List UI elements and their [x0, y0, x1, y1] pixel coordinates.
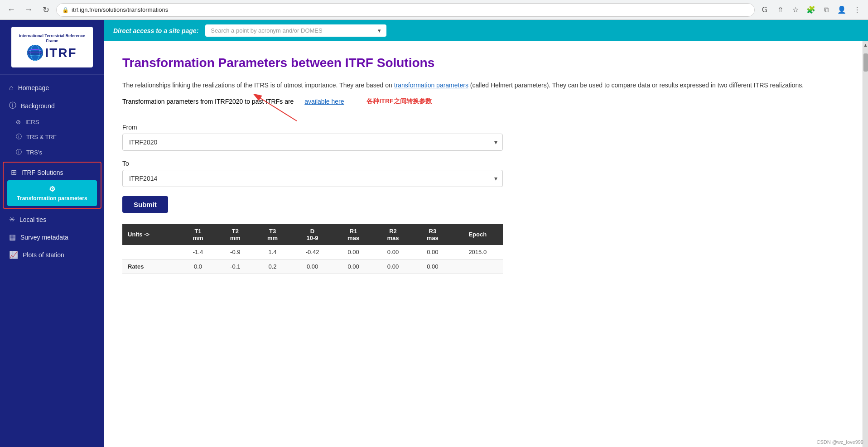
available-text: Transformation parameters from ITRF2020 … [122, 98, 294, 105]
info-icon-3: ⓘ [16, 148, 22, 156]
table-cell-t1: -1.4 [179, 245, 217, 260]
sidebar-item-label: ITRF Solutions [21, 169, 63, 176]
search-dropdown[interactable]: Search a point by acronym and/or DOMES ▾ [205, 24, 386, 37]
gear-icon: ⚙ [49, 185, 55, 193]
table-cell-r3: 0.00 [413, 245, 452, 260]
table-header-row: Units -> T1mm T2mm T3mm D10-9 R1mas R2ma… [122, 224, 503, 245]
sidebar-item-plots[interactable]: 📈 Plots of station [0, 246, 104, 264]
grid-icon: ⊞ [11, 168, 17, 177]
table-header-r3: R3mas [413, 224, 452, 245]
browser-chrome: ← → ↻ 🔒 G ⇧ ☆ 🧩 ⧉ 👤 ⋮ [0, 0, 868, 20]
sidebar-item-label: IERS [25, 119, 39, 125]
table-cell-label [122, 245, 179, 260]
transformation-label: Transformation parameters [17, 195, 87, 202]
scroll-thumb[interactable] [863, 53, 868, 72]
sidebar-item-background[interactable]: ⓘ Background [0, 96, 104, 115]
sidebar-item-itrf-solutions[interactable]: ⊞ ITRF Solutions [4, 164, 101, 180]
reload-button[interactable]: ↻ [39, 3, 53, 17]
to-select-wrapper: ITRF2014 ITRF2020 ITRF2008 ITRF2005 ITRF… [122, 170, 503, 187]
available-note: Transformation parameters from ITRF2020 … [122, 97, 844, 106]
back-button[interactable]: ← [5, 3, 18, 17]
sidebar-item-iers[interactable]: ⊘ IERS [0, 115, 104, 129]
svg-rect-3 [27, 51, 43, 55]
from-section: From ITRF2020 ITRF2014 ITRF2008 ITRF2005… [122, 124, 844, 151]
table-cell-epoch: 2015.0 [453, 245, 503, 260]
share-icon[interactable]: ⇧ [774, 4, 786, 16]
from-select-wrapper: ITRF2020 ITRF2014 ITRF2008 ITRF2005 ITRF… [122, 134, 503, 151]
address-bar: 🔒 [56, 3, 755, 17]
sidebar-item-homepage[interactable]: ⌂ Homepage [0, 79, 104, 96]
menu-icon[interactable]: ⋮ [851, 4, 863, 16]
to-label: To [122, 160, 844, 167]
split-view-icon[interactable]: ⧉ [820, 4, 833, 16]
to-section: To ITRF2014 ITRF2020 ITRF2008 ITRF2005 I… [122, 160, 844, 187]
profile-icon[interactable]: 👤 [835, 4, 848, 16]
table-header-epoch: Epoch [453, 224, 503, 245]
to-select[interactable]: ITRF2014 ITRF2020 ITRF2008 ITRF2005 ITRF… [122, 170, 503, 187]
scroll-up-arrow[interactable]: ▲ [862, 41, 868, 49]
table-row: -1.4 -0.9 1.4 -0.42 0.00 0.00 0.00 2015.… [122, 245, 503, 260]
asterisk-icon: ✳ [9, 215, 15, 224]
forward-button[interactable]: → [22, 3, 35, 17]
annotation-text: 各种ITRF之间转换参数 [366, 97, 431, 106]
data-table: Units -> T1mm T2mm T3mm D10-9 R1mas R2ma… [122, 224, 503, 274]
url-input[interactable] [72, 6, 749, 13]
description-text-1: The relationships linking the realizatio… [122, 82, 392, 89]
top-bar-label: Direct access to a site page: [113, 27, 198, 34]
from-label: From [122, 124, 844, 131]
top-bar: Direct access to a site page: Search a p… [104, 20, 868, 41]
main-layout: International Terrestrial Reference Fram… [0, 20, 868, 447]
bookmark-icon[interactable]: ☆ [789, 4, 802, 16]
lock-icon: 🔒 [62, 7, 69, 13]
table-cell-d: -0.42 [291, 245, 334, 260]
from-select[interactable]: ITRF2020 ITRF2014 ITRF2008 ITRF2005 ITRF… [122, 134, 503, 151]
sidebar-item-label: Local ties [19, 216, 46, 223]
sidebar-item-label: Homepage [18, 84, 49, 91]
chevron-down-icon: ▾ [378, 27, 381, 34]
table-header-r2: R2mas [373, 224, 413, 245]
submit-button[interactable]: Submit [122, 196, 168, 213]
translate-icon[interactable]: G [758, 4, 771, 16]
table-cell-rates-label: Rates [122, 259, 179, 274]
logo-box: International Terrestrial Reference Fram… [11, 27, 93, 67]
sidebar-item-trs-trf[interactable]: ⓘ TRS & TRF [0, 129, 104, 144]
right-panel: Direct access to a site page: Search a p… [104, 20, 868, 447]
info-icon: ⓘ [9, 101, 16, 111]
table-cell-rates-t1: 0.0 [179, 259, 217, 274]
info-icon-2: ⓘ [16, 133, 22, 141]
itrf-solutions-section: ⊞ ITRF Solutions ⚙ Transformation parame… [3, 162, 101, 209]
chart-icon: 📈 [9, 250, 18, 259]
sidebar-item-label: Background [21, 102, 55, 110]
home-icon: ⌂ [9, 84, 14, 92]
sidebar-item-survey-metadata[interactable]: ▦ Survey metadata [0, 228, 104, 246]
table-cell-rates-epoch [453, 259, 503, 274]
logo-acronym: ITRF [45, 46, 77, 60]
sidebar-item-label: TRS's [26, 149, 42, 156]
link-icon: ⊘ [16, 119, 21, 125]
extensions-icon[interactable]: 🧩 [805, 4, 817, 16]
table-cell-rates-d: 0.00 [291, 259, 334, 274]
table-cell-r1: 0.00 [333, 245, 373, 260]
table-cell-rates-r2: 0.00 [373, 259, 413, 274]
page-title: Transformation Parameters between ITRF S… [122, 55, 844, 71]
right-scrollbar[interactable]: ▲ [863, 41, 868, 447]
table-header-t2: T2mm [217, 224, 254, 245]
table-header-units: Units -> [122, 224, 179, 245]
table-header-d: D10-9 [291, 224, 334, 245]
transformation-parameters-link[interactable]: transformation parameters [394, 82, 468, 89]
sidebar-item-label: Plots of station [23, 251, 64, 259]
csdn-watermark: CSDN @wz_love999 [817, 439, 864, 445]
sidebar-item-label: Survey metadata [20, 234, 68, 241]
sidebar: International Terrestrial Reference Fram… [0, 20, 104, 447]
table-cell-rates-t3: 0.2 [254, 259, 291, 274]
description-text-2: (called Helmert parameters). They can be… [470, 82, 804, 89]
table-icon: ▦ [9, 233, 16, 241]
table-cell-r2: 0.00 [373, 245, 413, 260]
sidebar-item-local-ties[interactable]: ✳ Local ties [0, 211, 104, 228]
available-here-link[interactable]: available here [304, 98, 344, 105]
table-header-t1: T1mm [179, 224, 217, 245]
sidebar-logo: International Terrestrial Reference Fram… [0, 20, 104, 75]
sidebar-item-trss[interactable]: ⓘ TRS's [0, 144, 104, 160]
sidebar-item-transformation-parameters[interactable]: ⚙ Transformation parameters [7, 180, 97, 206]
table-cell-t3: 1.4 [254, 245, 291, 260]
